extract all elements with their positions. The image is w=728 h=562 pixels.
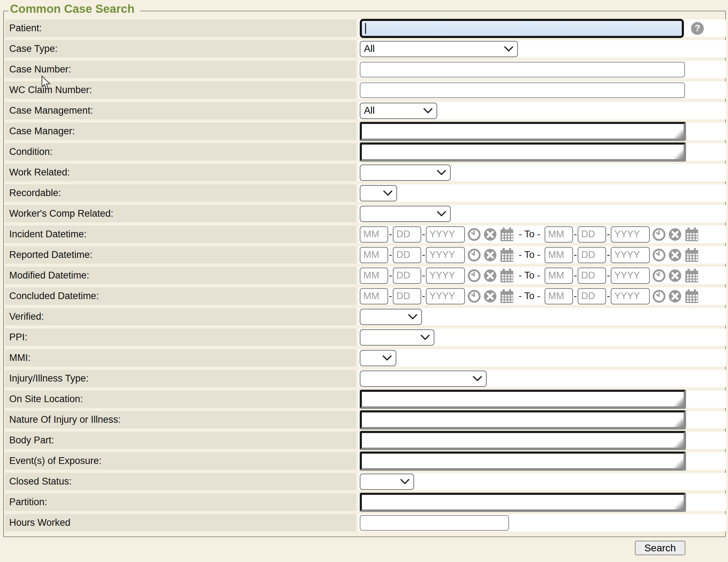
case-management-select[interactable]: All [360, 103, 437, 119]
reported-datetime-to-month-input[interactable]: MM [545, 247, 573, 263]
clock-icon[interactable] [652, 290, 666, 303]
modified-datetime-from-day-input[interactable]: DD [393, 268, 421, 284]
partition-input[interactable] [360, 493, 686, 512]
field-label-mmi: MMI: [5, 349, 356, 367]
field-area-modified-datetime: MM-DD-YYYY- To -MM-DD-YYYY [358, 267, 726, 284]
clear-icon[interactable] [483, 228, 497, 241]
field-area-nature-of-injury-or-illness [358, 411, 726, 428]
field-label-on-site-location: On Site Location: [5, 390, 356, 408]
date-dash: - [422, 270, 425, 281]
clear-icon[interactable] [668, 248, 682, 262]
date-placeholder: MM [548, 291, 564, 302]
clear-icon[interactable] [483, 248, 497, 262]
event-s-of-exposure-input[interactable] [360, 452, 686, 471]
clear-icon[interactable] [483, 290, 497, 303]
mmi-select[interactable] [360, 350, 396, 366]
calendar-icon[interactable] [499, 248, 514, 263]
incident-datetime-to-day-input[interactable]: DD [578, 226, 606, 243]
field-label-injury-illness-type: Injury/Illness Type: [5, 370, 356, 387]
date-placeholder: DD [396, 249, 410, 260]
calendar-icon[interactable] [684, 248, 699, 263]
reported-datetime-from-month-input[interactable]: MM [360, 247, 388, 263]
clear-icon[interactable] [668, 228, 682, 241]
calendar-icon[interactable] [684, 268, 699, 283]
modified-datetime-to-month-input[interactable]: MM [545, 268, 573, 284]
incident-datetime-from-month-input[interactable]: MM [360, 226, 388, 243]
form-row-recordable: Recordable: [5, 184, 726, 202]
clock-icon[interactable] [467, 269, 481, 282]
form-rows: Patient:?Case Type:AllCase Number:WC Cla… [5, 20, 726, 535]
clock-icon[interactable] [652, 248, 666, 262]
calendar-icon[interactable] [684, 289, 699, 304]
field-area-case-manager [358, 123, 726, 140]
reported-datetime-from-day-input[interactable]: DD [393, 247, 421, 263]
concluded-datetime-from-day-input[interactable]: DD [393, 288, 421, 304]
mouse-cursor [41, 75, 53, 90]
on-site-location-input[interactable] [360, 390, 686, 409]
patient-input[interactable] [360, 19, 684, 38]
form-row-event-s-of-exposure: Event(s) of Exposure: [5, 452, 726, 470]
concluded-datetime-from-year-input[interactable]: YYYY [426, 288, 465, 304]
form-row-on-site-location: On Site Location: [5, 390, 726, 408]
form-row-nature-of-injury-or-illness: Nature Of Injury or Illness: [5, 411, 726, 428]
case-type-select[interactable]: All [360, 41, 518, 57]
modified-datetime-from-month-input[interactable]: MM [360, 268, 388, 284]
chevron-down-icon [437, 211, 446, 217]
reported-datetime-to-day-input[interactable]: DD [578, 247, 606, 263]
question-mark-icon[interactable]: ? [691, 22, 704, 35]
reported-datetime-from-year-input[interactable]: YYYY [426, 247, 465, 263]
wc-claim-number-input[interactable] [360, 82, 685, 98]
hours-worked-input[interactable] [360, 515, 509, 531]
concluded-datetime-from-month-input[interactable]: MM [360, 288, 388, 304]
to-separator: - To - [519, 270, 540, 281]
concluded-datetime-to-day-input[interactable]: DD [578, 288, 606, 304]
closed-status-select[interactable] [360, 474, 414, 490]
work-related-select[interactable] [360, 164, 451, 181]
form-row-case-number: Case Number: [5, 61, 726, 78]
clock-icon[interactable] [652, 269, 666, 282]
clock-icon[interactable] [467, 290, 481, 303]
concluded-datetime-to-month-input[interactable]: MM [545, 288, 573, 304]
calendar-icon[interactable] [684, 227, 699, 242]
concluded-datetime-to-year-input[interactable]: YYYY [611, 288, 650, 304]
field-label-case-management: Case Management: [5, 102, 356, 119]
body-part-input[interactable] [360, 431, 686, 450]
field-area-wc-claim-number [358, 81, 726, 99]
chevron-down-icon [408, 314, 418, 320]
condition-input[interactable] [360, 142, 686, 162]
incident-datetime-to-month-input[interactable]: MM [545, 226, 573, 243]
form-row-case-management: Case Management:All [5, 102, 726, 119]
ppi-select[interactable] [360, 329, 434, 346]
incident-datetime-to-year-input[interactable]: YYYY [611, 226, 650, 243]
verified-select[interactable] [360, 309, 422, 325]
case-number-input[interactable] [360, 62, 685, 77]
chevron-down-icon [382, 355, 392, 361]
date-dash: - [422, 249, 425, 260]
worker-s-comp-related-select[interactable] [360, 206, 451, 222]
clock-icon[interactable] [652, 228, 666, 241]
recordable-select[interactable] [360, 185, 397, 201]
modified-datetime-to-day-input[interactable]: DD [578, 268, 606, 284]
form-row-work-related: Work Related: [5, 164, 726, 181]
incident-datetime-from-day-input[interactable]: DD [393, 226, 421, 243]
clear-icon[interactable] [668, 290, 682, 303]
calendar-icon[interactable] [499, 268, 514, 283]
clock-icon[interactable] [467, 228, 481, 241]
text-caret [365, 23, 366, 34]
search-button[interactable]: Search [635, 541, 685, 555]
modified-datetime-from-year-input[interactable]: YYYY [426, 268, 465, 284]
resize-grip [674, 500, 684, 509]
clock-icon[interactable] [467, 248, 481, 262]
calendar-icon[interactable] [499, 227, 514, 242]
reported-datetime-to-year-input[interactable]: YYYY [611, 247, 650, 263]
date-dash: - [422, 229, 425, 240]
modified-datetime-to-year-input[interactable]: YYYY [611, 268, 650, 284]
case-manager-input[interactable] [360, 122, 686, 141]
injury-illness-type-select[interactable] [360, 371, 487, 387]
field-label-ppi: PPI: [5, 329, 356, 346]
calendar-icon[interactable] [499, 289, 514, 304]
clear-icon[interactable] [483, 269, 497, 282]
clear-icon[interactable] [668, 269, 682, 282]
nature-of-injury-or-illness-input[interactable] [360, 410, 686, 429]
incident-datetime-from-year-input[interactable]: YYYY [426, 226, 465, 243]
